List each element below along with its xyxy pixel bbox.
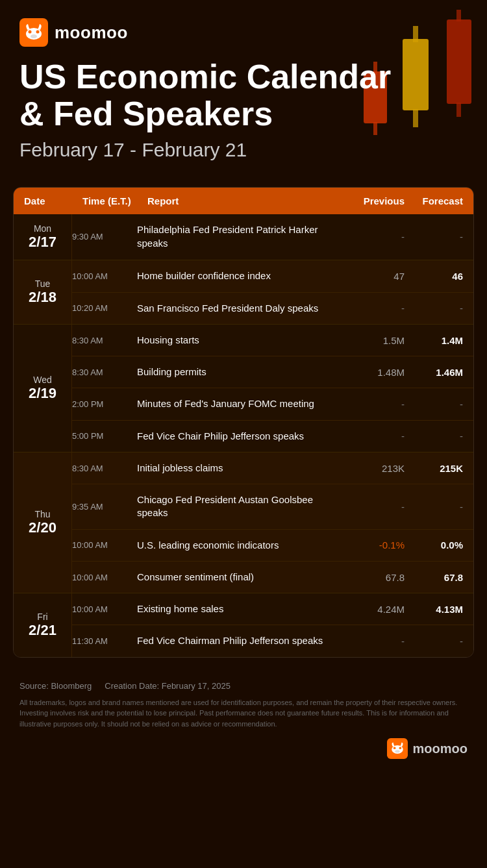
svg-point-2 (29, 31, 32, 34)
svg-point-4 (31, 34, 37, 38)
day-label-thu: Thu 2/20 (14, 453, 72, 593)
table-row: 10:00 AM Home builder confidence index 4… (72, 260, 473, 292)
col-time: Time (E.T.) (82, 195, 147, 206)
table-row: 8:30 AM Housing starts 1.5M 1.4M (72, 325, 473, 356)
day-rows-mon: 9:30 AM Philadelphia Fed President Patri… (72, 214, 473, 260)
col-forecast: Forecast (405, 195, 463, 206)
day-label-mon: Mon 2/17 (14, 214, 72, 260)
table-row: 5:00 PM Fed Vice Chair Philip Jefferson … (72, 421, 473, 452)
svg-point-17 (399, 747, 401, 750)
table-row: 11:30 AM Fed Vice Chairman Philip Jeffer… (72, 625, 473, 656)
moomoo-logo-icon (19, 18, 48, 47)
footer-logo-area: moomoo (19, 738, 468, 759)
day-rows-tue: 10:00 AM Home builder confidence index 4… (72, 260, 473, 324)
table-row: 9:35 AM Chicago Fed President Austan Goo… (72, 484, 473, 530)
col-report: Report (147, 195, 346, 206)
economic-calendar-table: Date Time (E.T.) Report Previous Forecas… (13, 187, 474, 657)
header-section: moomoo US Economic Calendar & Fed Speake… (0, 0, 487, 187)
day-section-mon: Mon 2/17 9:30 AM Philadelphia Fed Presid… (14, 214, 473, 260)
day-section-wed: Wed 2/19 8:30 AM Housing starts 1.5M 1.4… (14, 325, 473, 453)
svg-point-3 (36, 31, 40, 34)
footer-moomoo-icon (387, 738, 408, 759)
footer-logo-text: moomoo (413, 741, 468, 756)
day-label-wed: Wed 2/19 (14, 325, 72, 452)
day-label-fri: Fri 2/21 (14, 593, 72, 657)
day-rows-wed: 8:30 AM Housing starts 1.5M 1.4M 8:30 AM… (72, 325, 473, 452)
table-row: 8:30 AM Building permits 1.48M 1.46M (72, 356, 473, 388)
day-rows-fri: 10:00 AM Existing home sales 4.24M 4.13M… (72, 593, 473, 657)
table-row: 10:00 AM U.S. leading economic indicator… (72, 530, 473, 562)
day-label-tue: Tue 2/18 (14, 260, 72, 324)
col-date: Date (24, 195, 82, 206)
svg-rect-9 (413, 26, 418, 42)
svg-point-16 (393, 747, 395, 750)
footer-section: Source: Bloomberg Creation Date: Februar… (13, 671, 474, 766)
day-rows-thu: 8:30 AM Initial jobless claims 213K 215K… (72, 453, 473, 593)
logo-text: moomoo (55, 23, 128, 43)
table-row: 10:20 AM San Francisco Fed President Dal… (72, 293, 473, 324)
table-row: 9:30 AM Philadelphia Fed President Patri… (72, 214, 473, 259)
creation-date: Creation Date: February 17, 2025 (105, 681, 231, 691)
table-row: 2:00 PM Minutes of Fed's January FOMC me… (72, 388, 473, 420)
date-range: February 17 - February 21 (19, 139, 468, 161)
table-row: 10:00 AM Consumer sentiment (final) 67.8… (72, 562, 473, 593)
day-section-thu: Thu 2/20 8:30 AM Initial jobless claims … (14, 453, 473, 593)
table-row: 10:00 AM Existing home sales 4.24M 4.13M (72, 593, 473, 625)
table-header: Date Time (E.T.) Report Previous Forecas… (14, 188, 473, 214)
svg-rect-12 (456, 10, 461, 21)
table-row: 8:30 AM Initial jobless claims 213K 215K (72, 453, 473, 484)
svg-point-18 (395, 750, 399, 752)
day-section-fri: Fri 2/21 10:00 AM Existing home sales 4.… (14, 593, 473, 657)
disclaimer-text: All trademarks, logos and brand names me… (19, 697, 468, 730)
source-label: Source: Bloomberg (19, 681, 92, 691)
page-title: US Economic Calendar & Fed Speakers (19, 58, 468, 132)
col-previous: Previous (346, 195, 405, 206)
source-line: Source: Bloomberg Creation Date: Februar… (19, 681, 468, 691)
day-section-tue: Tue 2/18 10:00 AM Home builder confidenc… (14, 260, 473, 325)
